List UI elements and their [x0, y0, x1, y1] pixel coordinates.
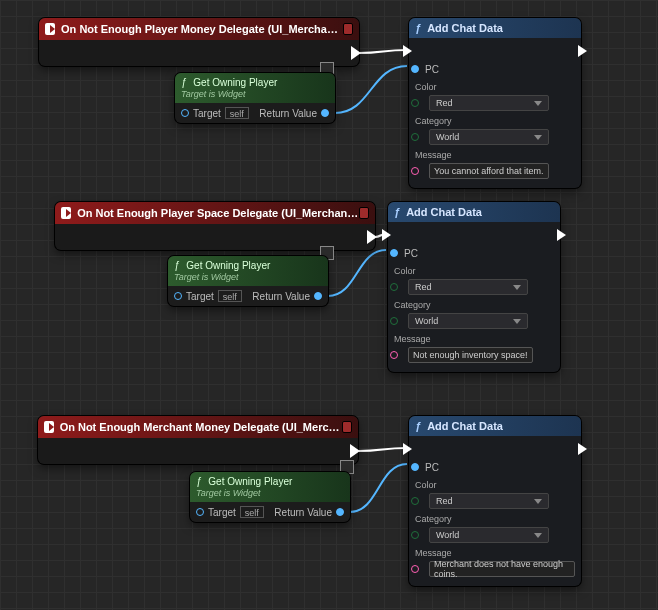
message-pin[interactable] — [390, 351, 398, 359]
exec-out-pin[interactable] — [351, 46, 361, 60]
pure-body: Target self Return Value — [168, 286, 328, 306]
pc-label: PC — [425, 462, 439, 473]
pc-pin[interactable] — [411, 463, 419, 471]
add-chat-data-node-1[interactable]: ƒ Add Chat Data PC Color Red Category — [388, 202, 560, 372]
delegate-badge-icon — [359, 207, 369, 219]
category-pin[interactable] — [411, 531, 419, 539]
exec-in-pin[interactable] — [403, 45, 412, 57]
chevron-down-icon — [534, 135, 542, 140]
event-icon — [45, 23, 55, 35]
exec-in-pin[interactable] — [382, 229, 391, 241]
message-label: Message — [415, 548, 575, 558]
message-label: Message — [394, 334, 554, 344]
event-header: On Not Enough Player Money Delegate (UI_… — [39, 18, 359, 40]
pure-header: ƒ Get Owning Player Target is Widget — [190, 472, 350, 502]
category-dropdown[interactable]: World — [429, 527, 549, 543]
event-node-2[interactable]: On Not Enough Merchant Money Delegate (U… — [38, 416, 358, 464]
color-dropdown[interactable]: Red — [429, 95, 549, 111]
event-body — [39, 40, 359, 66]
category-pin[interactable] — [411, 133, 419, 141]
add-chat-data-node-2[interactable]: ƒ Add Chat Data PC Color Red Category — [409, 416, 581, 586]
target-label: Target — [186, 291, 214, 302]
message-input[interactable]: You cannot afford that item. — [429, 163, 549, 179]
category-pin[interactable] — [390, 317, 398, 325]
return-value-pin[interactable] — [314, 292, 322, 300]
target-label: Target — [193, 108, 221, 119]
chevron-down-icon — [534, 499, 542, 504]
return-value-pin[interactable] — [336, 508, 344, 516]
color-value: Red — [436, 98, 453, 108]
event-icon — [61, 207, 71, 219]
pc-pin[interactable] — [411, 65, 419, 73]
message-pin[interactable] — [411, 167, 419, 175]
chevron-down-icon — [534, 101, 542, 106]
color-pin[interactable] — [411, 99, 419, 107]
event-node-1[interactable]: On Not Enough Player Space Delegate (UI_… — [55, 202, 375, 250]
pc-pin[interactable] — [390, 249, 398, 257]
pure-subtitle: Target is Widget — [181, 89, 246, 99]
message-value: Merchant does not have enough coins. — [434, 559, 570, 579]
exec-out-pin[interactable] — [557, 229, 566, 241]
pc-label: PC — [425, 64, 439, 75]
color-pin[interactable] — [390, 283, 398, 291]
pure-title: Get Owning Player — [208, 476, 292, 487]
event-title: On Not Enough Merchant Money Delegate (U… — [60, 421, 342, 433]
pure-title: Get Owning Player — [186, 260, 270, 271]
delegate-badge-icon — [343, 23, 353, 35]
pure-header: ƒ Get Owning Player Target is Widget — [168, 256, 328, 286]
chevron-down-icon — [513, 319, 521, 324]
color-pin[interactable] — [411, 497, 419, 505]
event-title: On Not Enough Player Money Delegate (UI_… — [61, 23, 343, 35]
message-pin[interactable] — [411, 565, 419, 573]
get-owning-player-node-0[interactable]: ƒ Get Owning Player Target is Widget Tar… — [175, 73, 335, 123]
self-input[interactable]: self — [225, 107, 249, 119]
exec-in-pin[interactable] — [403, 443, 412, 455]
pc-label: PC — [404, 248, 418, 259]
pure-body: Target self Return Value — [190, 502, 350, 522]
exec-out-pin[interactable] — [367, 230, 377, 244]
event-body — [38, 438, 358, 464]
self-input[interactable]: self — [240, 506, 264, 518]
exec-out-pin[interactable] — [578, 45, 587, 57]
color-label: Color — [394, 266, 554, 276]
return-label: Return Value — [252, 291, 310, 302]
return-label: Return Value — [259, 108, 317, 119]
func-header: ƒ Add Chat Data — [409, 18, 581, 38]
message-value: Not enough inventory space! — [413, 350, 528, 360]
message-label: Message — [415, 150, 575, 160]
get-owning-player-node-2[interactable]: ƒ Get Owning Player Target is Widget Tar… — [190, 472, 350, 522]
function-f-icon: ƒ — [415, 420, 421, 432]
message-input[interactable]: Not enough inventory space! — [408, 347, 533, 363]
message-value: You cannot afford that item. — [434, 166, 544, 176]
category-value: World — [415, 316, 438, 326]
function-f-icon: ƒ — [394, 206, 400, 218]
add-chat-data-node-0[interactable]: ƒ Add Chat Data PC Color Red Category — [409, 18, 581, 188]
color-value: Red — [436, 496, 453, 506]
category-value: World — [436, 530, 459, 540]
category-dropdown[interactable]: World — [429, 129, 549, 145]
pure-subtitle: Target is Widget — [196, 488, 261, 498]
event-node-0[interactable]: On Not Enough Player Money Delegate (UI_… — [39, 18, 359, 66]
target-pin[interactable] — [174, 292, 182, 300]
category-label: Category — [394, 300, 554, 310]
target-pin[interactable] — [181, 109, 189, 117]
target-label: Target — [208, 507, 236, 518]
exec-out-pin[interactable] — [350, 444, 360, 458]
chevron-down-icon — [534, 533, 542, 538]
event-icon — [44, 421, 54, 433]
target-pin[interactable] — [196, 508, 204, 516]
color-label: Color — [415, 480, 575, 490]
color-dropdown[interactable]: Red — [429, 493, 549, 509]
func-header: ƒ Add Chat Data — [388, 202, 560, 222]
return-value-pin[interactable] — [321, 109, 329, 117]
color-dropdown[interactable]: Red — [408, 279, 528, 295]
exec-out-pin[interactable] — [578, 443, 587, 455]
function-f-icon: ƒ — [415, 22, 421, 34]
category-dropdown[interactable]: World — [408, 313, 528, 329]
func-title: Add Chat Data — [406, 206, 482, 218]
event-title: On Not Enough Player Space Delegate (UI_… — [77, 207, 358, 219]
event-header: On Not Enough Player Space Delegate (UI_… — [55, 202, 375, 224]
self-input[interactable]: self — [218, 290, 242, 302]
message-input[interactable]: Merchant does not have enough coins. — [429, 561, 575, 577]
get-owning-player-node-1[interactable]: ƒ Get Owning Player Target is Widget Tar… — [168, 256, 328, 306]
